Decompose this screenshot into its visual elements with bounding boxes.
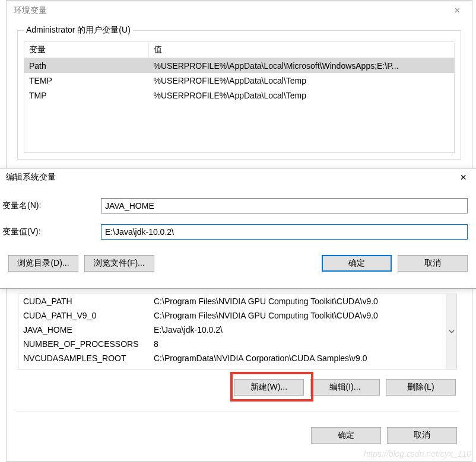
cell-value: %USERPROFILE%\AppData\Local\Temp [149, 73, 455, 88]
cell-value: C:\Program Files\NVIDIA GPU Computing To… [154, 297, 452, 306]
browse-file-button[interactable]: 浏览文件(F)... [84, 255, 154, 272]
cell-value: %USERPROFILE%\AppData\Local\Microsoft\Wi… [149, 58, 455, 74]
system-vars-button-row: 新建(W)... 编辑(I)... 删除(L) [18, 379, 457, 396]
ok-button[interactable]: 确定 [311, 427, 381, 444]
cell-name: TMP [24, 88, 149, 103]
var-name-label: 变量名(N): [1, 200, 101, 211]
cell-name: NVCUDASAMPLES_ROOT [23, 353, 154, 363]
close-icon[interactable]: × [456, 170, 470, 185]
cell-value: 8 [154, 339, 452, 349]
table-row[interactable]: JAVA_HOME E:\Java\jdk-10.0.2\ [18, 323, 456, 337]
browse-dir-button[interactable]: 浏览目录(D)... [8, 255, 78, 272]
cell-name: CUDA_PATH [23, 297, 154, 306]
cell-value: C:\ProgramData\NVIDIA Corporation\CUDA S… [154, 353, 452, 363]
edit-button[interactable]: 编辑(I)... [310, 379, 380, 396]
cell-name: JAVA_HOME [23, 325, 154, 334]
cell-value: C:\Program Files\NVIDIA GPU Computing To… [154, 311, 452, 320]
table-row[interactable]: TEMP %USERPROFILE%\AppData\Local\Temp [24, 73, 455, 88]
edit-dialog-title: 编辑系统变量 [6, 172, 56, 183]
cancel-button[interactable]: 取消 [387, 427, 457, 444]
system-vars-section: CUDA_PATH C:\Program Files\NVIDIA GPU Co… [18, 294, 457, 396]
ok-button[interactable]: 确定 [322, 255, 392, 272]
table-row[interactable]: CUDA_PATH C:\Program Files\NVIDIA GPU Co… [18, 294, 456, 308]
table-row[interactable]: CUDA_PATH_V9_0 C:\Program Files\NVIDIA G… [18, 308, 456, 323]
close-icon[interactable]: × [450, 3, 465, 18]
table-row[interactable]: NVCUDASAMPLES_ROOT C:\ProgramData\NVIDIA… [18, 351, 456, 365]
var-value-input[interactable] [101, 224, 468, 240]
col-header-value[interactable]: 值 [149, 42, 455, 58]
group-divider [17, 412, 457, 412]
table-row[interactable]: TMP %USERPROFILE%\AppData\Local\Temp [24, 88, 455, 103]
var-value-label: 变量值(V): [1, 227, 101, 237]
cell-value: E:\Java\jdk-10.0.2\ [154, 325, 452, 334]
cell-name: Path [24, 58, 149, 74]
user-vars-table[interactable]: 变量 值 Path %USERPROFILE%\AppData\Local\Mi… [24, 42, 455, 153]
user-vars-groupbox: Administrator 的用户变量(U) 变量 值 Path %USERPR… [17, 30, 461, 160]
edit-dialog-titlebar: 编辑系统变量 × [0, 168, 476, 186]
cell-name: TEMP [24, 73, 149, 88]
delete-button[interactable]: 删除(L) [386, 379, 456, 396]
new-button[interactable]: 新建(W)... [234, 379, 304, 396]
cancel-button[interactable]: 取消 [398, 255, 468, 272]
cell-value: %USERPROFILE%\AppData\Local\Temp [149, 88, 455, 103]
cell-name: NUMBER_OF_PROCESSORS [23, 339, 154, 349]
var-name-input[interactable] [101, 198, 468, 214]
edit-system-var-dialog: 编辑系统变量 × 变量名(N): 变量值(V): 浏览目录(D)... 浏览文件… [0, 168, 476, 289]
scroll-down-icon[interactable] [446, 294, 456, 369]
env-vars-titlebar: 环境变量 × [7, 1, 472, 21]
env-vars-title: 环境变量 [14, 5, 47, 16]
table-row[interactable]: NUMBER_OF_PROCESSORS 8 [18, 337, 456, 351]
system-vars-list[interactable]: CUDA_PATH C:\Program Files\NVIDIA GPU Co… [18, 294, 457, 369]
col-header-name[interactable]: 变量 [24, 42, 149, 58]
dialog-button-row: 确定 取消 [18, 427, 457, 444]
cell-name: CUDA_PATH_V9_0 [23, 311, 154, 320]
table-row[interactable]: Path %USERPROFILE%\AppData\Local\Microso… [24, 58, 455, 74]
user-vars-legend: Administrator 的用户变量(U) [24, 25, 133, 36]
